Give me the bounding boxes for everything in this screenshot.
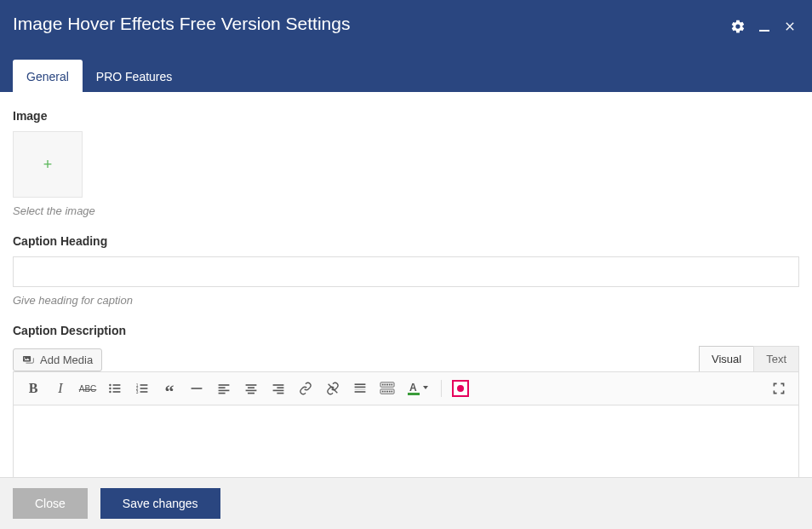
- dialog-title: Image Hover Effects Free Version Setting…: [0, 0, 812, 34]
- bold-icon[interactable]: B: [20, 377, 46, 400]
- svg-point-3: [109, 388, 111, 389]
- svg-rect-2: [113, 384, 121, 386]
- editor-tabs: Visual Text: [699, 346, 799, 371]
- svg-rect-35: [389, 384, 391, 386]
- media-icon: [22, 354, 36, 366]
- svg-text:A: A: [409, 382, 417, 394]
- align-center-icon[interactable]: [238, 377, 264, 400]
- editor-tab-text[interactable]: Text: [753, 346, 799, 371]
- italic-icon[interactable]: I: [48, 377, 73, 400]
- caption-description-label: Caption Description: [13, 324, 799, 337]
- minimize-icon[interactable]: [758, 20, 771, 33]
- unlink-icon[interactable]: [320, 377, 346, 400]
- svg-rect-10: [140, 388, 148, 389]
- svg-rect-21: [248, 393, 254, 394]
- svg-rect-40: [386, 391, 388, 393]
- svg-rect-0: [759, 30, 769, 32]
- editor-content[interactable]: [13, 405, 799, 477]
- caption-heading-label: Caption Heading: [13, 234, 799, 248]
- svg-rect-12: [140, 391, 148, 393]
- add-media-button[interactable]: Add Media: [13, 348, 102, 371]
- field-caption-heading: Caption Heading Give heading for caption: [13, 234, 799, 307]
- numbered-list-icon[interactable]: 123: [129, 377, 155, 400]
- svg-rect-13: [192, 388, 203, 389]
- field-image: Image + Select the image: [13, 109, 799, 217]
- horizontal-rule-icon[interactable]: [184, 377, 209, 400]
- editor-tab-visual[interactable]: Visual: [699, 346, 753, 371]
- blockquote-icon[interactable]: “: [157, 377, 182, 400]
- svg-rect-36: [391, 384, 392, 386]
- svg-rect-27: [355, 383, 366, 385]
- editor-topbar: Add Media Visual Text: [13, 346, 799, 371]
- image-label: Image: [13, 109, 799, 123]
- svg-rect-41: [389, 391, 391, 393]
- header-icons: [730, 19, 797, 34]
- align-right-icon[interactable]: [266, 377, 291, 400]
- dialog-header: Image Hover Effects Free Version Setting…: [0, 0, 812, 92]
- svg-rect-39: [384, 391, 386, 393]
- save-button[interactable]: Save changes: [100, 488, 220, 519]
- svg-rect-23: [277, 387, 283, 388]
- toolbar-toggle-icon[interactable]: [375, 377, 400, 400]
- svg-rect-44: [408, 393, 420, 395]
- fullscreen-icon[interactable]: [766, 377, 792, 400]
- image-hint: Select the image: [13, 204, 799, 217]
- text-color-icon[interactable]: A: [402, 377, 436, 400]
- svg-rect-4: [113, 388, 121, 389]
- add-media-label: Add Media: [40, 354, 93, 366]
- caption-heading-input[interactable]: [13, 256, 799, 287]
- svg-rect-6: [113, 391, 121, 393]
- svg-rect-17: [219, 393, 226, 394]
- svg-rect-30: [355, 391, 366, 393]
- svg-rect-24: [273, 390, 284, 392]
- svg-point-5: [109, 391, 111, 393]
- align-left-icon[interactable]: [211, 377, 237, 400]
- svg-rect-18: [246, 384, 257, 386]
- svg-rect-19: [248, 387, 254, 388]
- image-upload[interactable]: +: [13, 131, 83, 198]
- dialog-footer: Close Save changes: [0, 477, 812, 529]
- svg-rect-25: [277, 393, 283, 394]
- svg-rect-28: [355, 387, 366, 388]
- svg-rect-34: [386, 384, 388, 386]
- gear-icon[interactable]: [730, 19, 746, 34]
- content: Image + Select the image Caption Heading…: [0, 92, 812, 477]
- tabs: General PRO Features: [13, 60, 186, 92]
- caption-heading-hint: Give heading for caption: [13, 294, 799, 307]
- svg-rect-29: [355, 389, 366, 390]
- svg-rect-20: [246, 390, 257, 392]
- svg-rect-42: [391, 391, 392, 393]
- svg-rect-15: [219, 387, 226, 388]
- bullet-list-icon[interactable]: [102, 377, 128, 400]
- svg-rect-22: [273, 384, 284, 386]
- strikethrough-icon[interactable]: ABC: [75, 377, 100, 400]
- svg-rect-33: [384, 384, 386, 386]
- svg-rect-8: [140, 384, 148, 386]
- close-icon[interactable]: [783, 20, 797, 33]
- svg-rect-14: [219, 384, 230, 386]
- close-button[interactable]: Close: [13, 488, 88, 519]
- read-more-icon[interactable]: [347, 377, 373, 400]
- field-caption-description: Caption Description Add Media Visual Tex…: [13, 324, 799, 477]
- svg-rect-38: [382, 391, 384, 393]
- tab-general[interactable]: General: [13, 60, 83, 92]
- link-icon[interactable]: [293, 377, 318, 400]
- svg-text:3: 3: [136, 390, 139, 394]
- toolbar-separator: [441, 380, 442, 397]
- record-icon[interactable]: [452, 380, 469, 397]
- svg-rect-32: [382, 384, 384, 386]
- plus-icon: +: [43, 156, 53, 174]
- svg-point-1: [109, 384, 111, 386]
- editor-toolbar: B I ABC 123 “: [13, 371, 799, 405]
- svg-rect-16: [219, 390, 230, 392]
- content-scroll[interactable]: Image + Select the image Caption Heading…: [0, 92, 812, 477]
- tab-pro-features[interactable]: PRO Features: [83, 60, 186, 92]
